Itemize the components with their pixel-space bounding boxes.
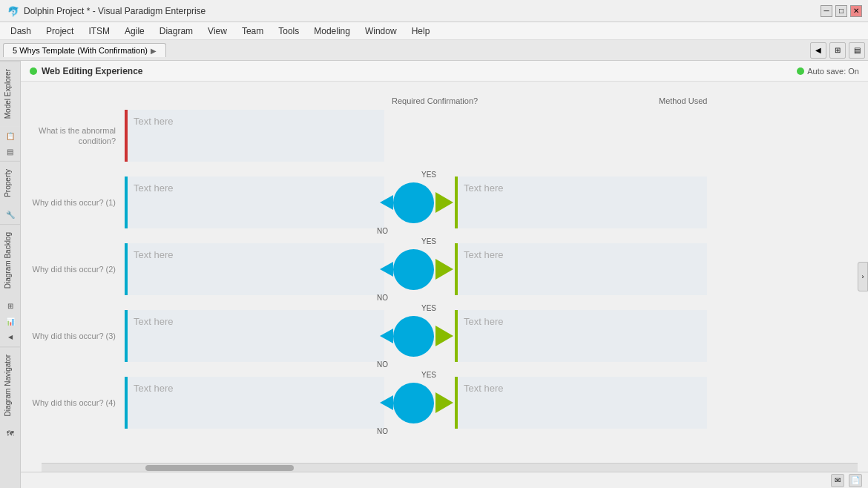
col-header-method: Method Used bbox=[659, 96, 707, 105]
active-tab[interactable]: 5 Whys Template (With Confirmation) ▶ bbox=[3, 43, 166, 57]
yes-label-2: YES bbox=[421, 237, 436, 245]
text-box-4[interactable]: Text here bbox=[125, 377, 384, 429]
no-arrow-4 bbox=[380, 395, 393, 410]
menu-window[interactable]: Window bbox=[358, 22, 404, 39]
decision-circle-2 bbox=[393, 249, 434, 290]
decision-circle-4 bbox=[393, 383, 434, 423]
maximize-button[interactable]: □ bbox=[835, 5, 847, 17]
horizontal-scrollbar[interactable] bbox=[42, 463, 858, 472]
method-placeholder-1: Text here bbox=[464, 182, 503, 194]
method-placeholder-4: Text here bbox=[464, 383, 503, 394]
text-box-1[interactable]: Text here bbox=[125, 177, 384, 228]
bottom-bar: ✉ 📄 bbox=[21, 472, 868, 488]
method-placeholder-3: Text here bbox=[464, 316, 503, 327]
window-title: Dolphin Project * - Visual Paradigm Ente… bbox=[24, 6, 821, 16]
sidebar-tab-diagram-backlog[interactable]: Diagram Backlog bbox=[0, 224, 20, 296]
yes-arrow-4 bbox=[435, 392, 453, 413]
text-placeholder-2: Text here bbox=[134, 249, 173, 260]
sidebar-icon-book[interactable]: 📋 bbox=[4, 129, 17, 142]
sidebar-icons-4: 🗺 bbox=[0, 424, 20, 444]
diagram-canvas: Required Confirmation? Method Used What … bbox=[21, 82, 868, 472]
title-bar: 🐬 Dolphin Project * - Visual Paradigm En… bbox=[0, 0, 868, 22]
menu-modeling[interactable]: Modeling bbox=[306, 22, 358, 39]
menu-project[interactable]: Project bbox=[39, 22, 81, 39]
sidebar-icon-layers[interactable]: ▤ bbox=[4, 145, 17, 158]
row-label-4: Why did this occur? (4) bbox=[28, 398, 125, 408]
yes-label-1: YES bbox=[421, 171, 436, 179]
app-logo: 🐬 bbox=[6, 4, 19, 18]
tab-arrow: ▶ bbox=[151, 47, 157, 55]
diagram-row-3: Why did this occur? (3) Text here YES NO bbox=[28, 310, 846, 362]
tab-back-button[interactable]: ◀ bbox=[810, 42, 826, 59]
mail-icon[interactable]: ✉ bbox=[831, 474, 844, 487]
sidebar-icon-grid[interactable]: ⊞ bbox=[4, 299, 17, 312]
menu-help[interactable]: Help bbox=[404, 22, 438, 39]
method-box-2[interactable]: Text here bbox=[455, 243, 707, 295]
row-label-3: Why did this occur? (3) bbox=[28, 331, 125, 341]
sidebar-tab-property[interactable]: Property bbox=[0, 161, 20, 205]
yes-label-3: YES bbox=[421, 304, 436, 312]
main-layout: Model Explorer 📋 ▤ Property 🔧 Diagram Ba… bbox=[0, 61, 868, 488]
no-label-1: NO bbox=[377, 227, 388, 235]
svg-text:🐬: 🐬 bbox=[7, 5, 19, 18]
sidebar-icon-chart[interactable]: 📊 bbox=[4, 314, 17, 328]
col-header-confirmation: Required Confirmation? bbox=[392, 96, 510, 105]
diagram-row-2: Why did this occur? (2) Text here YES NO bbox=[28, 243, 846, 295]
sidebar-icon-nav[interactable]: 🗺 bbox=[4, 427, 17, 441]
sidebar-tab-diagram-navigator[interactable]: Diagram Navigator bbox=[0, 346, 20, 423]
menu-team[interactable]: Team bbox=[234, 22, 271, 39]
decision-circle-1 bbox=[393, 182, 434, 223]
tab-actions: ◀ ⊞ ▤ bbox=[810, 42, 865, 59]
sidebar-icons-1: 📋 ▤ bbox=[0, 126, 20, 161]
sidebar-expand[interactable]: ◀ bbox=[4, 330, 17, 343]
yes-arrow-3 bbox=[435, 326, 453, 346]
text-placeholder-0: Text here bbox=[134, 116, 173, 127]
yes-arrow-2 bbox=[435, 259, 453, 280]
menu-view[interactable]: View bbox=[200, 22, 234, 39]
sidebar-icons-2: 🔧 bbox=[0, 205, 20, 224]
minimize-button[interactable]: ─ bbox=[821, 5, 832, 17]
autosave-status: Auto save: On bbox=[797, 67, 859, 76]
file-icon[interactable]: 📄 bbox=[849, 474, 862, 487]
no-arrow-2 bbox=[380, 262, 393, 277]
diagram-row-0: What is the abnormal condition? Text her… bbox=[28, 110, 846, 162]
no-label-2: NO bbox=[377, 294, 388, 302]
diagram-row-1: Why did this occur? (1) Text here bbox=[28, 177, 846, 228]
sidebar-icons-3: ⊞ 📊 ◀ bbox=[0, 296, 20, 346]
method-box-3[interactable]: Text here bbox=[455, 310, 707, 362]
method-box-1[interactable]: Text here bbox=[455, 177, 707, 228]
no-label-4: NO bbox=[377, 427, 388, 435]
sidebar-tabs: Model Explorer 📋 ▤ Property 🔧 Diagram Ba… bbox=[0, 61, 20, 444]
no-arrow-1 bbox=[380, 195, 393, 210]
sidebar-icon-prop[interactable]: 🔧 bbox=[4, 208, 17, 221]
text-placeholder-4: Text here bbox=[134, 383, 173, 394]
menu-tools[interactable]: Tools bbox=[271, 22, 306, 39]
decision-circle-3 bbox=[393, 316, 434, 357]
right-edge-handle[interactable]: › bbox=[858, 262, 868, 291]
content-area: Web Editing Experience Auto save: On Req… bbox=[21, 61, 868, 488]
method-box-4[interactable]: Text here bbox=[455, 377, 707, 429]
autosave-label: Auto save: On bbox=[807, 67, 859, 76]
left-sidebar: Model Explorer 📋 ▤ Property 🔧 Diagram Ba… bbox=[0, 61, 21, 488]
text-placeholder-3: Text here bbox=[134, 316, 173, 327]
text-box-2[interactable]: Text here bbox=[125, 243, 384, 295]
scrollbar-thumb[interactable] bbox=[145, 465, 294, 471]
window-controls: ─ □ ✕ bbox=[821, 5, 862, 17]
autosave-dot bbox=[797, 67, 804, 75]
close-button[interactable]: ✕ bbox=[850, 5, 862, 17]
row-label-2: Why did this occur? (2) bbox=[28, 264, 125, 274]
text-box-3[interactable]: Text here bbox=[125, 310, 384, 362]
tab-grid-button[interactable]: ⊞ bbox=[829, 42, 846, 59]
content-title-group: Web Editing Experience bbox=[30, 66, 142, 76]
menu-dash[interactable]: Dash bbox=[3, 22, 39, 39]
menu-diagram[interactable]: Diagram bbox=[152, 22, 200, 39]
diagram-row-4: Why did this occur? (4) Text here YES NO bbox=[28, 377, 846, 429]
sidebar-tab-model-explorer[interactable]: Model Explorer bbox=[0, 61, 20, 126]
no-label-3: NO bbox=[377, 360, 388, 369]
menu-agile[interactable]: Agile bbox=[117, 22, 152, 39]
menu-itsm[interactable]: ITSM bbox=[81, 22, 117, 39]
diagram-scroll-area[interactable]: Required Confirmation? Method Used What … bbox=[21, 82, 868, 472]
tab-layout-button[interactable]: ▤ bbox=[849, 42, 865, 59]
no-arrow-3 bbox=[380, 329, 393, 343]
text-box-0[interactable]: Text here bbox=[125, 110, 384, 162]
